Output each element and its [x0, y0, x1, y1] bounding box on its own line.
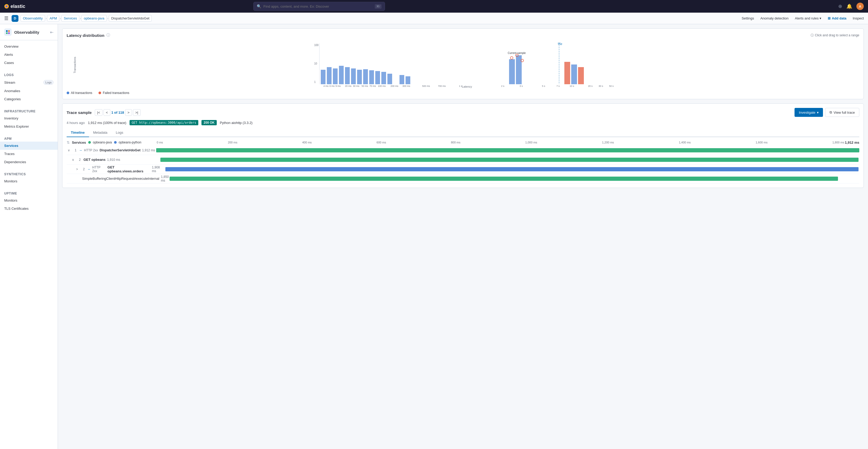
elastic-logo[interactable]: elastic	[4, 2, 25, 10]
settings-link[interactable]: Settings	[742, 16, 754, 20]
app-icon[interactable]: D	[11, 15, 19, 22]
legend-label-failed: Failed transactions	[103, 91, 129, 95]
svg-text:100 ms: 100 ms	[378, 85, 386, 87]
trace-info: 4 hours ago 1,912 ms (100% of trace) GET…	[67, 120, 859, 125]
hint-icon: ⓘ	[811, 33, 814, 38]
anomalies-label: Anomalies	[4, 89, 20, 93]
svg-text:30 s: 30 s	[598, 85, 603, 87]
sidebar-item-stream[interactable]: Stream Logs	[0, 78, 58, 87]
sidebar-item-synthetics-monitors[interactable]: Monitors	[0, 177, 58, 185]
sidebar-item-services[interactable]: Services	[0, 141, 58, 150]
sidebar-item-alerts[interactable]: Alerts	[0, 51, 58, 59]
legend-label-all: All transactions	[71, 91, 92, 95]
svg-rect-3	[6, 30, 8, 32]
sidebar-logs-section: Logs Stream Logs Anomalies Categories	[0, 69, 58, 105]
inspect-link[interactable]: Inspect	[853, 16, 864, 20]
trace-nav-next[interactable]: >	[125, 109, 132, 116]
row-left-1: ∨ 1 ↔ HTTP 2xx DispatcherServlet#doGet 1…	[67, 148, 156, 152]
breadcrumb-sep-3: ›	[80, 17, 81, 20]
sidebar-synthetics-title: Synthetics	[0, 170, 58, 177]
sidebar-item-tls[interactable]: TLS Certificates	[0, 204, 58, 213]
notification-icon[interactable]: 🔔	[846, 3, 852, 9]
breadcrumb-services[interactable]: Services	[61, 15, 79, 22]
breadcrumb-observability[interactable]: Observability	[21, 15, 45, 22]
investigate-button[interactable]: Investigate ▾	[795, 108, 823, 117]
add-data-link[interactable]: ⊞ Add data	[828, 16, 846, 20]
row-dur-3: 1,908 ms	[152, 165, 164, 173]
sidebar-logs-title: Logs	[0, 71, 58, 78]
sidebar-item-cases[interactable]: Cases	[0, 59, 58, 67]
breadcrumb-apm[interactable]: APM	[47, 15, 59, 22]
elastic-logo-text: elastic	[10, 4, 25, 9]
svg-text:7 s: 7 s	[556, 85, 560, 87]
svg-rect-16	[351, 68, 356, 84]
sidebar-item-anomalies[interactable]: Anomalies	[0, 87, 58, 95]
alerts-rules-link[interactable]: Alerts and rules ▾	[795, 16, 822, 20]
svg-text:500 ms: 500 ms	[422, 85, 430, 87]
sidebar-collapse-btn[interactable]: ⇤	[50, 30, 54, 35]
row-bar-area-1	[156, 148, 859, 153]
filter-icon[interactable]: ⇅	[67, 140, 70, 145]
sidebar-item-traces[interactable]: Traces	[0, 150, 58, 158]
row-expand-1[interactable]: ∨	[68, 149, 72, 152]
sidebar-item-overview[interactable]: Overview	[0, 42, 58, 51]
sidebar: Observability ⇤ Overview Alerts Cases Lo…	[0, 24, 58, 449]
svg-text:6 ms: 6 ms	[330, 85, 335, 87]
svg-text:200 ms: 200 ms	[391, 85, 398, 87]
sidebar-synthetics-section: Synthetics Monitors	[0, 168, 58, 187]
svg-text:1: 1	[314, 81, 316, 84]
svg-text:5 s: 5 s	[542, 85, 546, 87]
anomaly-detection-link[interactable]: Anomaly detection	[760, 16, 788, 20]
svg-text:Current sample: Current sample	[508, 52, 526, 55]
svg-rect-12	[327, 67, 332, 84]
trace-count: 1 of 118	[112, 110, 124, 115]
user-avatar[interactable]: A	[857, 3, 864, 10]
tab-timeline[interactable]: Timeline	[67, 128, 89, 137]
row-num-1: 1	[73, 149, 78, 152]
svg-rect-11	[321, 70, 326, 84]
latency-help-icon[interactable]: ⓘ	[106, 33, 110, 38]
sidebar-item-uptime-monitors[interactable]: Monitors	[0, 196, 58, 204]
scale-tick-6: 1,200 ms	[602, 141, 614, 144]
tab-metadata[interactable]: Metadata	[89, 128, 112, 137]
search-bar[interactable]: 🔍 ⌘/	[253, 2, 385, 11]
svg-text:30 ms: 30 ms	[353, 85, 360, 87]
sidebar-item-metrics-explorer[interactable]: Metrics Explorer	[0, 122, 58, 131]
trace-nav-first[interactable]: |<	[95, 109, 102, 116]
trace-nav-last[interactable]: >|	[133, 109, 141, 116]
breadcrumb: Observability › APM › Services › opbeans…	[21, 15, 152, 22]
svg-text:20 ms: 20 ms	[345, 85, 351, 87]
search-input[interactable]	[264, 4, 373, 8]
scale-tick-0: 0 ms	[157, 141, 163, 144]
hamburger-menu[interactable]: ☰	[4, 15, 8, 21]
trace-current: 1	[112, 110, 113, 115]
svg-rect-30	[571, 64, 577, 84]
svg-text:20 s: 20 s	[588, 85, 593, 87]
row-bar-4	[169, 177, 838, 181]
svg-text:300 ms: 300 ms	[402, 85, 410, 87]
svg-text:1 s: 1 s	[459, 85, 462, 87]
breadcrumb-opbeans[interactable]: opbeans-java	[82, 15, 107, 22]
svg-text:95p: 95p	[558, 42, 562, 45]
breadcrumb-sep-1: ›	[45, 17, 46, 20]
sidebar-item-inventory[interactable]: Inventory	[0, 114, 58, 122]
row-bar-3	[165, 167, 859, 171]
latency-title: Latency distribution	[67, 33, 104, 38]
svg-rect-15	[345, 67, 350, 84]
svg-rect-29	[564, 62, 570, 84]
sidebar-item-dependencies[interactable]: Dependencies	[0, 158, 58, 166]
svg-text:700 ms: 700 ms	[438, 85, 446, 87]
sidebar-apm-section: APM Services Traces Dependencies	[0, 133, 58, 168]
row-method-3: HTTP 2xx	[92, 165, 106, 173]
latency-panel: Latency distribution ⓘ ⓘ Click and drag …	[62, 28, 864, 99]
search-icon: 🔍	[257, 4, 261, 8]
row-expand-2[interactable]: ∨	[72, 158, 76, 162]
row-expand-3[interactable]: >	[76, 167, 80, 171]
trace-nav-prev[interactable]: <	[103, 109, 110, 116]
svg-point-32	[510, 57, 513, 59]
tab-logs[interactable]: Logs	[112, 128, 127, 137]
share-icon[interactable]: ⊕	[838, 3, 842, 9]
sidebar-item-categories[interactable]: Categories	[0, 95, 58, 103]
view-full-trace-button[interactable]: ⧉ View full trace	[825, 108, 859, 117]
svg-rect-6	[8, 32, 10, 34]
